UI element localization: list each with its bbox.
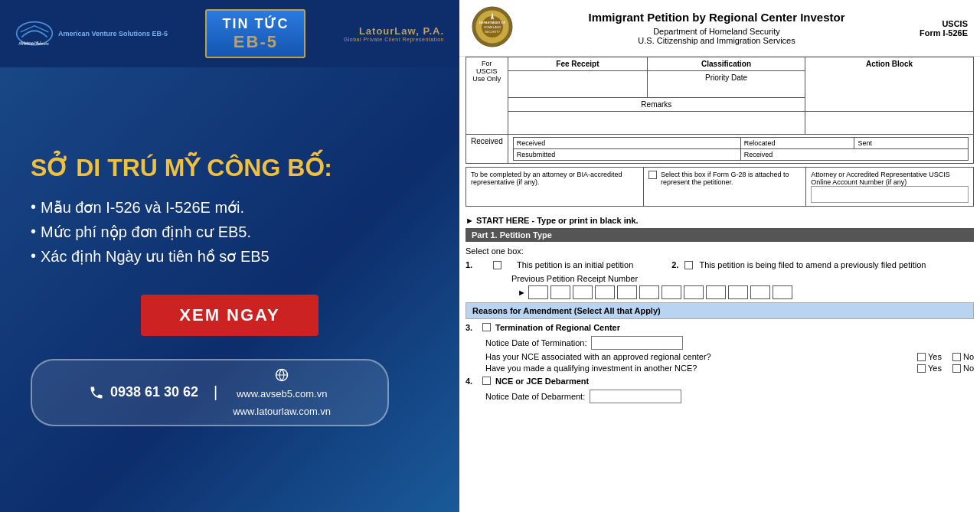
- avs-logo-icon: American Venture Solutions EB-5: [15, 18, 54, 49]
- prev-receipt-label: Previous Petition Receipt Number: [511, 274, 974, 283]
- receipt-box-5[interactable]: [617, 285, 637, 299]
- no-label-1: No: [963, 352, 974, 361]
- avs-logo: American Venture Solutions EB-5 American…: [15, 18, 168, 49]
- receipt-box-4[interactable]: [595, 285, 615, 299]
- start-here: ► START HERE - Type or print in black in…: [466, 216, 974, 225]
- item3-num: 3.: [466, 323, 478, 332]
- yes-label-1: Yes: [928, 352, 942, 361]
- eb5-title: EB-5: [222, 32, 289, 52]
- form-title-block: Immigrant Petition by Regional Center In…: [521, 11, 912, 45]
- fee-receipt-header: Fee Receipt: [508, 57, 647, 71]
- form-title: Immigrant Petition by Regional Center In…: [521, 11, 912, 24]
- no-checkbox-1[interactable]: [952, 353, 961, 361]
- form-id-block: USCIS Form I-526E: [920, 19, 968, 38]
- attorney-checkbox[interactable]: [648, 171, 657, 179]
- globe-icon: [275, 368, 289, 382]
- no-option-2: No: [952, 364, 974, 373]
- item4-num: 4.: [466, 377, 478, 386]
- item3-checkbox[interactable]: [482, 323, 491, 331]
- nce-question2-text: Have you made a qualifying investment in…: [485, 364, 697, 373]
- phone-item: 0938 61 30 62: [89, 384, 198, 400]
- item1-label: This petition is an initial petition: [517, 260, 633, 269]
- attorney-account-input[interactable]: [811, 186, 969, 203]
- header-table: For USCIS Use Only Fee Receipt Classific…: [466, 57, 974, 164]
- receipt-box-6[interactable]: [639, 285, 659, 299]
- receipt-arrow: ►: [518, 288, 526, 297]
- right-panel: DEPARTMENT OF HOMELAND SECURITY Immigran…: [459, 0, 980, 512]
- bullet-dot-3: •: [31, 247, 36, 265]
- main-content: SỞ DI TRÚ MỸ CÔNG BỐ: • Mẫu đơn I-526 và…: [0, 67, 459, 512]
- form-id: Form I-526E: [920, 28, 968, 38]
- top-bar: American Venture Solutions EB-5 American…: [0, 0, 459, 67]
- nce-q1-options: Yes No: [917, 352, 974, 361]
- nce-question1-text: Has your NCE associated with an approved…: [485, 352, 711, 361]
- received-cell: Received: [513, 138, 740, 149]
- classification-header: Classification: [648, 57, 805, 71]
- tin-tuc-title: TIN TỨC: [222, 15, 289, 32]
- relocated-cell: Relocated: [740, 138, 854, 149]
- dept-line2: U.S. Citizenship and Immigration Service…: [521, 36, 912, 45]
- svg-text:Solutions EB-5: Solutions EB-5: [21, 41, 42, 44]
- petition-checkbox-2[interactable]: [684, 261, 693, 269]
- receipt-box-8[interactable]: [684, 285, 704, 299]
- website2: www.latourlaw.com.vn: [233, 406, 331, 417]
- dept-seal: DEPARTMENT OF HOMELAND SECURITY: [472, 6, 514, 50]
- petition-checkbox-1[interactable]: [493, 261, 501, 269]
- for-uscis-cell: For USCIS Use Only: [466, 57, 508, 135]
- latourlaw-logo: LatourLaw, P.A. Global Private Client Re…: [344, 25, 444, 42]
- bullet-item-1: • Mẫu đơn I-526 và I-526E mới.: [31, 198, 270, 217]
- select-one-row: Select one box:: [466, 246, 974, 256]
- receipt-input-row: ►: [518, 285, 974, 299]
- bullet-item-3: • Xác định Ngày ưu tiên hồ sơ EB5: [31, 247, 270, 266]
- debarment-date-input[interactable]: [590, 390, 681, 403]
- no-checkbox-2[interactable]: [952, 364, 961, 373]
- priority-date-label: Priority Date: [648, 71, 805, 98]
- website1: www.avseb5.com.vn: [237, 388, 328, 399]
- yes-checkbox-1[interactable]: [917, 353, 926, 361]
- receipt-box-12[interactable]: [773, 285, 792, 299]
- yes-option-1: Yes: [917, 352, 942, 361]
- action-block-body: [805, 112, 974, 135]
- svg-text:SECURITY: SECURITY: [485, 30, 501, 34]
- notice-date-input[interactable]: [591, 336, 683, 350]
- receipt-box-9[interactable]: [706, 285, 726, 299]
- received-label: Received: [466, 135, 508, 164]
- item3-row: 3. Termination of Regional Center: [466, 323, 974, 332]
- attorney-col1: To be completed by an attorney or BIA-ac…: [466, 168, 644, 207]
- receipt-box-1[interactable]: [528, 285, 548, 299]
- xem-ngay-button[interactable]: XEM NGAY: [141, 295, 318, 336]
- item2-label: This petition is being filed to amend a …: [699, 260, 926, 269]
- attorney-table: To be completed by an attorney or BIA-ac…: [466, 167, 974, 207]
- yes-checkbox-2[interactable]: [917, 364, 926, 373]
- debarment-date-row: Notice Date of Debarment:: [485, 390, 974, 403]
- received-body: Received Relocated Sent Resubmitted Rece…: [508, 135, 973, 164]
- notice-date-row: Notice Date of Termination:: [485, 336, 974, 350]
- no-option-1: No: [952, 352, 974, 361]
- dept-seal-icon: DEPARTMENT OF HOMELAND SECURITY: [472, 6, 514, 48]
- received2-cell: Received: [740, 149, 968, 161]
- sent-cell: Sent: [854, 138, 969, 149]
- svg-text:HOMELAND: HOMELAND: [484, 25, 501, 29]
- item1-num: 1.: [466, 260, 478, 269]
- phone-icon: [89, 385, 104, 400]
- receipt-box-3[interactable]: [573, 285, 593, 299]
- tin-tuc-banner: TIN TỨC EB-5: [205, 9, 305, 58]
- yes-label-2: Yes: [928, 364, 942, 373]
- receipt-box-11[interactable]: [750, 285, 770, 299]
- nce-q2-options: Yes No: [917, 364, 974, 373]
- svg-text:DEPARTMENT OF: DEPARTMENT OF: [479, 21, 506, 24]
- notice-date-label: Notice Date of Termination:: [485, 338, 586, 347]
- website-item: www.avseb5.com.vn www.latourlaw.com.vn: [233, 368, 331, 417]
- attorney-col2: Select this box if Form G-28 is attached…: [644, 168, 806, 207]
- avs-logo-text1: American Venture Solutions EB-5: [58, 30, 168, 38]
- form-uscis-label: USCIS: [920, 19, 968, 28]
- action-block-header: Action Block: [805, 57, 974, 112]
- bullet-list: • Mẫu đơn I-526 và I-526E mới. • Mức phí…: [31, 198, 270, 272]
- nce-question1-row: Has your NCE associated with an approved…: [485, 352, 974, 361]
- item4-checkbox[interactable]: [482, 377, 491, 385]
- yes-option-2: Yes: [917, 364, 942, 373]
- receipt-box-10[interactable]: [728, 285, 748, 299]
- receipt-box-7[interactable]: [662, 285, 681, 299]
- petition-row-1: 1. This petition is an initial petition …: [466, 260, 974, 269]
- receipt-box-2[interactable]: [550, 285, 570, 299]
